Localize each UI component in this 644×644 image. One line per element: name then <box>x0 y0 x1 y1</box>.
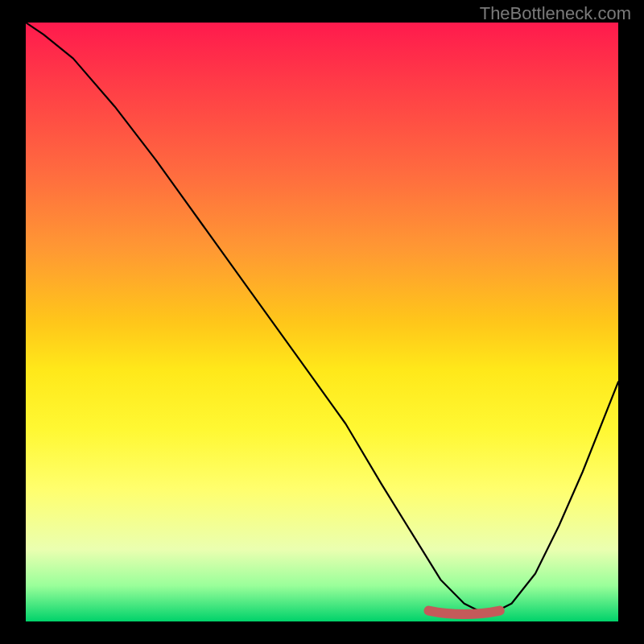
watermark-text: TheBottleneck.com <box>480 3 631 24</box>
bottleneck-curve <box>26 23 618 616</box>
chart-container: TheBottleneck.com <box>0 0 644 644</box>
plot-area <box>26 23 618 621</box>
optimal-range-highlight <box>429 611 500 615</box>
chart-svg <box>26 23 618 621</box>
